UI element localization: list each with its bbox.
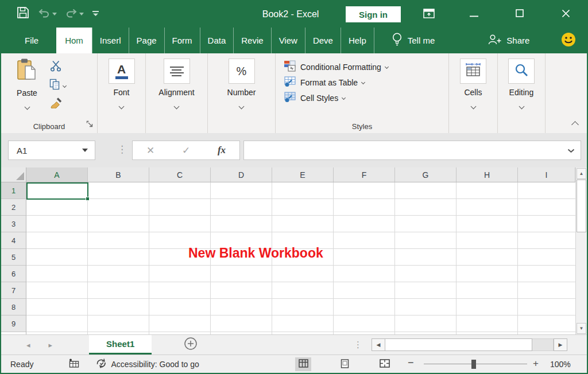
undo-dropdown-icon[interactable] [52,13,57,15]
tell-me-button[interactable]: Tell me [392,28,435,53]
column-header-I[interactable]: I [518,167,575,182]
row-header-3[interactable]: 3 [1,216,26,232]
active-cell-selection[interactable] [26,182,88,200]
undo-button[interactable] [38,8,57,20]
column-header-F[interactable]: F [334,167,395,182]
insert-function-button[interactable]: fx [218,145,226,156]
column-header-A[interactable]: A [26,167,88,182]
column-header-H[interactable]: H [457,167,518,182]
horizontal-scrollbar[interactable]: ◀ ▶ [372,338,567,351]
tab-hom[interactable]: Hom [56,28,92,53]
scroll-up-icon[interactable]: ▲ [577,168,586,179]
number-group-button[interactable]: % Number [208,53,276,133]
cells-group-button[interactable]: Cells [449,53,498,133]
paste-dropdown-icon[interactable] [24,104,30,110]
row-header-8[interactable]: 8 [1,299,26,315]
select-all-button[interactable] [1,167,26,182]
row-header-1[interactable]: 1 [1,182,26,199]
alignment-dropdown-icon[interactable] [174,104,180,110]
share-button[interactable]: Share [488,28,529,53]
horizontal-scroll-track[interactable] [532,338,554,351]
vertical-scroll-thumb[interactable] [577,180,586,232]
editing-group-button[interactable]: Editing [498,53,546,133]
tab-file[interactable]: File [14,28,49,53]
tab-revie[interactable]: Revie [233,28,270,53]
name-box-dropdown-icon[interactable] [82,149,88,152]
sheet-nav-right-icon[interactable]: ▸ [49,341,53,349]
zoom-level[interactable]: 100% [550,360,571,369]
font-group-button[interactable]: A Font [98,53,146,133]
new-sheet-button[interactable] [184,337,198,353]
vertical-scrollbar[interactable]: ▲ ▼ [575,167,587,334]
sheet-bar-drag-dots[interactable]: ⋮ [354,340,362,350]
enter-icon[interactable]: ✓ [182,145,190,157]
format-as-table-button[interactable]: Format as Table [284,75,448,90]
cell-styles-dropdown-icon[interactable] [342,96,346,100]
horizontal-scroll-thumb[interactable] [385,338,532,351]
fill-handle[interactable] [86,197,90,201]
collapse-ribbon-icon[interactable] [571,121,579,128]
formula-bar-drag-dots[interactable]: ⋮ [117,143,127,155]
scroll-right-icon[interactable]: ▶ [554,338,567,351]
cancel-icon[interactable]: ✕ [146,145,154,157]
format-painter-button[interactable] [49,97,66,111]
row-header-4[interactable]: 4 [1,232,26,249]
number-dropdown-icon[interactable] [239,104,245,110]
redo-dropdown-icon[interactable] [79,13,84,15]
column-header-G[interactable]: G [395,167,457,182]
clipboard-dialog-launcher[interactable] [86,119,93,130]
record-macro-button[interactable] [69,359,79,369]
maximize-button[interactable] [506,1,533,28]
column-header-D[interactable]: D [211,167,272,182]
conditional-formatting-dropdown-icon[interactable] [385,65,389,69]
alignment-group-button[interactable]: Alignment [146,53,208,133]
customize-qat-button[interactable] [92,9,99,19]
redo-button[interactable] [65,8,84,20]
tab-deve[interactable]: Deve [305,28,341,53]
zoom-out-icon[interactable]: − [408,357,414,369]
scroll-left-icon[interactable]: ◀ [372,338,385,351]
zoom-slider[interactable] [424,355,527,373]
editing-dropdown-icon[interactable] [519,104,524,110]
normal-view-button[interactable] [295,357,311,371]
tab-page[interactable]: Page [129,28,164,53]
cells-dropdown-icon[interactable] [470,104,476,110]
tab-inserl[interactable]: Inserl [92,28,129,53]
scroll-down-icon[interactable]: ▼ [577,323,586,334]
copy-button[interactable] [49,79,66,92]
formula-input[interactable] [243,141,581,160]
tab-help[interactable]: Help [341,28,374,53]
format-as-table-dropdown-icon[interactable] [361,80,365,84]
tab-view[interactable]: View [271,28,305,53]
sign-in-button[interactable]: Sign in [346,6,401,22]
page-layout-view-button[interactable] [336,357,353,371]
feedback-button[interactable] [560,28,577,53]
zoom-slider-thumb[interactable] [471,360,476,369]
paste-button[interactable]: Paste [10,58,44,111]
font-dropdown-icon[interactable] [119,104,125,110]
cut-button[interactable] [49,60,66,74]
page-break-preview-button[interactable] [377,357,393,371]
tab-form[interactable]: Form [164,28,200,53]
column-header-E[interactable]: E [272,167,334,182]
close-button[interactable] [552,1,579,28]
zoom-in-icon[interactable]: + [533,358,539,369]
minimize-button[interactable] [461,1,487,28]
row-header-7[interactable]: 7 [1,282,26,299]
sheet-nav-left-icon[interactable]: ◂ [26,341,30,349]
ribbon-display-options-button[interactable] [416,1,442,28]
column-header-B[interactable]: B [88,167,149,182]
save-button[interactable] [16,6,30,22]
accessibility-status[interactable]: Accessibility: Good to go [95,358,199,371]
row-header-6[interactable]: 6 [1,266,26,282]
column-header-C[interactable]: C [149,167,211,182]
sheet-tab[interactable]: Sheet1 [89,335,152,354]
tab-data[interactable]: Data [200,28,234,53]
copy-dropdown-icon[interactable] [63,83,67,87]
cell-styles-button[interactable]: Cell Styles [284,90,448,106]
row-header-9[interactable]: 9 [1,315,26,332]
row-header-2[interactable]: 2 [1,199,26,216]
formula-bar-expand-icon[interactable] [567,145,575,155]
name-box[interactable]: A1 [8,141,95,160]
conditional-formatting-button[interactable]: Conditional Formatting [284,59,448,75]
